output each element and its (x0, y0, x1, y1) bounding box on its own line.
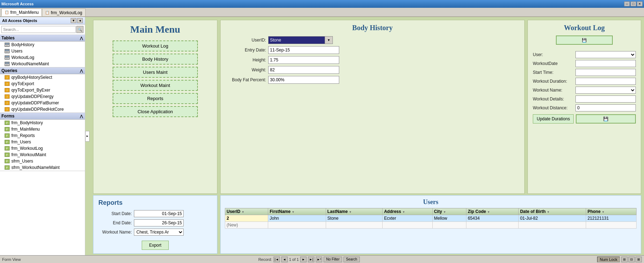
first-record-button[interactable]: |◄ (274, 257, 280, 262)
col-header-userid[interactable]: UserID ▼ (225, 208, 268, 215)
export-button[interactable]: Export (142, 241, 169, 250)
bodyfat-row: Body Fat Percent: (226, 76, 519, 84)
nav-item-bodyhistory[interactable]: BodyHistory (0, 42, 85, 48)
body-history-button[interactable]: Body History (113, 54, 198, 65)
userid-dropdown-btn[interactable]: ▼ (325, 36, 333, 44)
content-area: ► Main Menu Workout Log Body History Use… (85, 17, 644, 255)
nav-item-frm-workoutlog[interactable]: F frm_WorkoutLog (0, 145, 85, 152)
update-durations-button[interactable]: Update Durations (533, 114, 574, 124)
prev-record-button[interactable]: ◄ (281, 257, 288, 262)
close-application-button[interactable]: Close Application (113, 106, 198, 117)
workout-save-button[interactable]: 💾 (556, 35, 613, 45)
wl-print-button[interactable]: 💾 (576, 114, 636, 124)
nav-item-sfrm-users[interactable]: F sfrm_Users (0, 158, 85, 164)
wl-details-input[interactable] (575, 95, 636, 103)
search-button-status[interactable]: Search (343, 257, 360, 262)
col-header-dob[interactable]: Date of Birth ▼ (519, 208, 586, 215)
nav-item-frm-workoutmaint[interactable]: F frm_WorkoutMaint (0, 152, 85, 158)
nav-item-frm-reports[interactable]: F frm_Reports (0, 132, 85, 139)
nav-item-frm-bodyhistory[interactable]: F frm_BodyHistory (0, 120, 85, 126)
cell-address: Ecxter (383, 215, 432, 222)
tables-collapse-icon: ⋀ (80, 36, 83, 40)
nav-item-sfrm-workoutnamemaint[interactable]: F sfrm_WorkoutNameMaint (0, 164, 85, 171)
title-bar: Microsoft Access ─ □ ✕ (0, 0, 644, 8)
nav-label-sfrm-workoutnamemaint: sfrm_WorkoutNameMaint (11, 165, 60, 170)
table-new-row[interactable]: (New) (225, 222, 637, 229)
users-panel: Users UserID ▼ FirstName ▼ (220, 195, 641, 254)
wl-distance-input[interactable] (575, 104, 636, 111)
next-record-button[interactable]: ► (300, 257, 307, 262)
height-input[interactable] (268, 56, 339, 64)
minimize-button[interactable]: ─ (624, 1, 630, 6)
col-header-firstname[interactable]: FirstName ▼ (268, 208, 326, 215)
nav-item-qrytoexport[interactable]: ! qryToExport (0, 81, 85, 87)
workout-log-button[interactable]: Workout Log (113, 40, 198, 51)
nav-item-qryupdateddpredhotcore[interactable]: ! qryUpdateDDPRedHotCore (0, 106, 85, 113)
workoutname-select[interactable]: Chest, Triceps Ar (134, 229, 184, 236)
body-history-panel: Body History UserID: ▼ Entry Date: Heigh… (220, 20, 525, 194)
maximize-button[interactable]: □ (631, 1, 636, 6)
left-panel-collapse-btn[interactable]: ▼ (71, 18, 76, 23)
collapse-arrow[interactable]: ► (85, 131, 90, 142)
startdate-input[interactable] (134, 210, 184, 217)
tab-icon-workout: 📋 (45, 11, 49, 15)
nav-item-qryupdateddpfatburner[interactable]: ! qryUpdateDDPFatBurner (0, 100, 85, 106)
search-input[interactable] (1, 26, 76, 33)
nav-item-qrytoexport-byexer[interactable]: ! qryToExport_ByExer (0, 87, 85, 93)
search-button[interactable]: 🔍 (76, 26, 83, 33)
close-button[interactable]: ✕ (637, 1, 643, 6)
wl-starttime-input[interactable] (575, 69, 636, 76)
nav-item-frm-mainmenu[interactable]: F frm_MainMenu (0, 126, 85, 132)
form-icon-0: F (4, 120, 10, 125)
nav-label-workoutnamemaint: WorkoutNameMaint (11, 61, 49, 66)
table-row[interactable]: 2 John Stone Ecxter Mellow 65434 01-Jul-… (225, 215, 637, 222)
startdate-label: Start Date: (98, 211, 134, 216)
col-header-zipcode[interactable]: Zip Code ▼ (466, 208, 518, 215)
userid-input[interactable] (268, 36, 325, 44)
nav-item-qryupdateddpenergy[interactable]: ! qryUpdateDDPEnergy (0, 93, 85, 100)
tab-workout-log[interactable]: 📋 frm_WorkoutLog (42, 9, 85, 16)
forms-section-header[interactable]: Forms ⋀ (0, 113, 85, 120)
col-header-phone[interactable]: Phone ▼ (586, 208, 636, 215)
col-header-address[interactable]: Address ▼ (383, 208, 432, 215)
sort-arrow-userid: ▼ (242, 210, 244, 214)
wl-duration-input[interactable] (575, 78, 636, 85)
left-panel-close-btn[interactable]: ◄ (77, 18, 83, 23)
no-filter-button[interactable]: No Filter (324, 257, 342, 262)
cell-phone: 212121131 (586, 215, 636, 222)
table-icon-users (4, 49, 10, 54)
nav-label-bodyhistory: BodyHistory (11, 42, 34, 47)
queries-section-header[interactable]: Queries ⋀ (0, 67, 85, 74)
cell-new-8 (586, 222, 636, 229)
workout-maint-button[interactable]: Workout Maint (113, 80, 198, 91)
last-record-button[interactable]: ►| (308, 257, 314, 262)
tab-main-menu[interactable]: 📋 frm_MainMenu (1, 9, 42, 16)
reports-button[interactable]: Reports (113, 93, 198, 104)
nav-item-qrybodyhistoryselect[interactable]: ! qryBodyHistorySelect (0, 74, 85, 81)
new-record-button[interactable]: ►* (316, 257, 322, 262)
col-header-lastname[interactable]: LastName ▼ (326, 208, 383, 215)
enddate-input[interactable] (134, 219, 184, 226)
tab-icon-main: 📋 (5, 10, 9, 14)
weight-input[interactable] (268, 66, 339, 74)
wl-user-select[interactable] (575, 51, 636, 58)
record-label: Record: (258, 257, 272, 262)
users-maint-button[interactable]: Users Maint (113, 67, 198, 78)
bodyfat-input[interactable] (268, 76, 339, 84)
wl-user-row: User: (533, 51, 636, 58)
nav-item-users[interactable]: Users (0, 48, 85, 54)
wl-workoutdate-input[interactable] (575, 60, 636, 67)
height-label: Height: (226, 57, 268, 62)
wl-name-label: Workout Name: (533, 88, 575, 93)
workout-log-panel: Workout Log 💾 User: WorkoutDate Start Ti… (527, 20, 641, 194)
entrydate-input[interactable] (268, 46, 339, 54)
tables-section-header[interactable]: Tables ⋀ (0, 35, 85, 42)
nav-item-workoutnamemaint[interactable]: WorkoutNameMaint (0, 61, 85, 67)
nav-item-workoutlog[interactable]: WorkoutLog (0, 54, 85, 61)
main-menu-panel: Main Menu Workout Log Body History Users… (93, 20, 217, 194)
wl-name-select[interactable] (575, 87, 636, 94)
tables-label: Tables (1, 35, 15, 40)
col-header-city[interactable]: City ▼ (432, 208, 466, 215)
nav-label-qrytoexport: qryToExport (11, 81, 34, 86)
nav-item-frm-users[interactable]: F frm_Users (0, 139, 85, 145)
